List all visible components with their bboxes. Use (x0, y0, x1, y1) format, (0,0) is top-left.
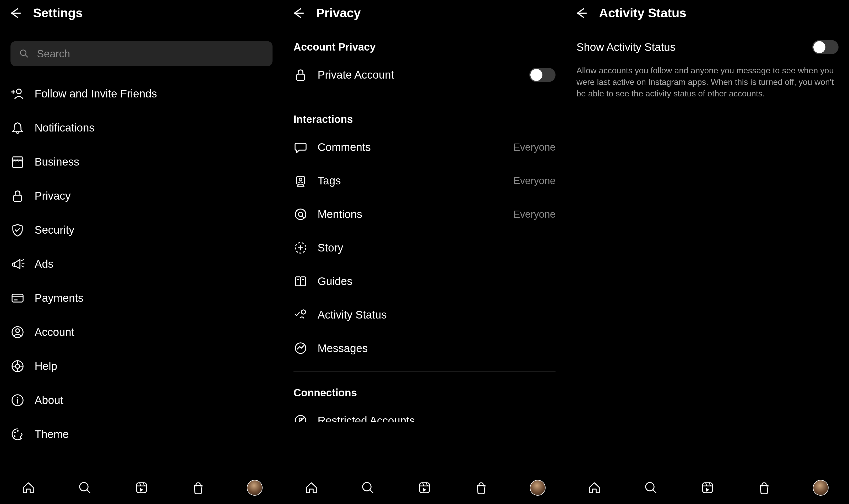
nav-home[interactable] (586, 479, 603, 496)
reels-icon (135, 481, 148, 495)
messenger-icon (294, 341, 308, 356)
connections-item-label: Restricted Accounts (318, 414, 555, 422)
privacy-item-label: Activity Status (318, 309, 555, 321)
back-button[interactable] (574, 6, 588, 20)
add-user-icon (11, 87, 25, 101)
privacy-item-value: Everyone (513, 142, 555, 153)
nav-profile[interactable] (246, 479, 263, 496)
privacy-item-comments[interactable]: CommentsEveryone (283, 130, 566, 164)
home-icon (304, 481, 318, 495)
user-circle-icon (11, 325, 25, 339)
privacy-item-guides[interactable]: Guides (283, 265, 566, 298)
privacy-item-label: Guides (318, 275, 555, 288)
tag-icon (294, 174, 308, 188)
shop-icon (474, 481, 488, 495)
nav-profile[interactable] (812, 479, 829, 496)
lock-icon (294, 68, 308, 82)
shop-icon (757, 481, 771, 495)
settings-item-security[interactable]: Security (11, 213, 272, 247)
guides-icon (294, 274, 308, 288)
back-button[interactable] (291, 6, 305, 20)
search-field[interactable] (11, 41, 272, 66)
nav-profile[interactable] (529, 479, 546, 496)
privacy-item-value: Everyone (513, 209, 555, 220)
bottom-nav (566, 471, 849, 504)
settings-item-privacy[interactable]: Privacy (11, 179, 272, 213)
show-activity-status-toggle[interactable] (812, 40, 838, 54)
privacy-item-tags[interactable]: TagsEveryone (283, 164, 566, 198)
nav-home[interactable] (20, 479, 37, 496)
settings-item-label: Help (35, 360, 57, 373)
nav-reels[interactable] (699, 479, 716, 496)
privacy-item-label: Comments (318, 141, 513, 154)
settings-item-payments[interactable]: Payments (11, 281, 272, 315)
header: Activity Status (566, 0, 849, 26)
nav-search[interactable] (642, 479, 659, 496)
settings-item-label: Ads (35, 258, 53, 270)
settings-item-label: Account (35, 326, 74, 339)
settings-item-label: Notifications (35, 122, 94, 134)
nav-reels[interactable] (133, 479, 150, 496)
settings-item-business[interactable]: Business (11, 145, 272, 179)
show-activity-status-label: Show Activity Status (577, 41, 812, 53)
megaphone-icon (11, 257, 25, 271)
nav-reels[interactable] (416, 479, 433, 496)
settings-item-label: Privacy (35, 190, 71, 202)
nav-shop[interactable] (190, 479, 207, 496)
show-activity-status-row[interactable]: Show Activity Status (566, 26, 849, 58)
settings-panel: Settings Follow and Invite FriendsNotifi… (0, 0, 283, 504)
shield-icon (11, 223, 25, 237)
settings-item-label: Follow and Invite Friends (35, 88, 157, 100)
private-account-row[interactable]: Private Account (283, 58, 566, 92)
card-icon (11, 291, 25, 305)
back-arrow-icon (8, 6, 22, 20)
reels-icon (418, 481, 431, 495)
privacy-item-mentions[interactable]: MentionsEveryone (283, 198, 566, 231)
avatar-icon (530, 480, 546, 496)
storefront-icon (11, 155, 25, 169)
settings-menu: Follow and Invite FriendsNotificationsBu… (0, 72, 283, 451)
connections-item-restricted[interactable]: Restricted Accounts (283, 404, 566, 422)
story-icon (294, 241, 308, 255)
search-icon (361, 481, 375, 495)
palette-icon (11, 427, 25, 442)
home-icon (587, 481, 601, 495)
nav-shop[interactable] (756, 479, 773, 496)
comment-icon (294, 140, 308, 154)
privacy-item-label: Story (318, 241, 555, 254)
back-arrow-icon (291, 6, 305, 20)
privacy-panel: Privacy Account Privacy Private Account … (283, 0, 566, 504)
bell-icon (11, 121, 25, 135)
privacy-item-label: Messages (318, 342, 555, 355)
privacy-item-label: Tags (318, 175, 513, 187)
lock-icon (11, 189, 25, 203)
settings-item-theme[interactable]: Theme (11, 417, 272, 451)
bottom-nav (0, 471, 283, 504)
private-account-label: Private Account (318, 69, 529, 81)
private-account-toggle[interactable] (529, 68, 555, 82)
reels-icon (701, 481, 714, 495)
page-title: Privacy (316, 6, 361, 20)
page-title: Activity Status (599, 6, 686, 20)
nav-home[interactable] (303, 479, 320, 496)
settings-item-label: Security (35, 224, 74, 236)
settings-item-about[interactable]: About (11, 383, 272, 417)
settings-item-follow-invite[interactable]: Follow and Invite Friends (11, 77, 272, 111)
settings-item-account[interactable]: Account (11, 315, 272, 349)
settings-item-notifications[interactable]: Notifications (11, 111, 272, 145)
settings-item-ads[interactable]: Ads (11, 247, 272, 281)
privacy-item-label: Mentions (318, 208, 513, 220)
privacy-item-activity-status[interactable]: Activity Status (283, 298, 566, 331)
privacy-item-value: Everyone (513, 175, 555, 186)
info-icon (11, 393, 25, 407)
search-container (11, 41, 272, 66)
privacy-item-story[interactable]: Story (283, 231, 566, 265)
settings-item-label: Theme (35, 428, 69, 440)
settings-item-help[interactable]: Help (11, 349, 272, 383)
search-input[interactable] (37, 48, 264, 60)
nav-shop[interactable] (473, 479, 490, 496)
nav-search[interactable] (359, 479, 376, 496)
nav-search[interactable] (76, 479, 93, 496)
privacy-item-messages[interactable]: Messages (283, 331, 566, 365)
back-button[interactable] (8, 6, 22, 20)
